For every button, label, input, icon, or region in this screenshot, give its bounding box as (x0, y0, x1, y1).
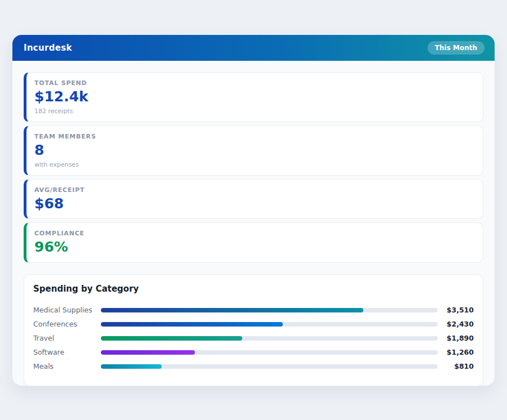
bar-fill (101, 308, 363, 312)
stat-card-avg-receipt: AVG/RECEIPT $68 (24, 179, 483, 220)
bar-track (101, 336, 438, 341)
app-title: Incurdesk (24, 43, 72, 53)
bar-label: Software (33, 348, 101, 356)
stat-card-total-spend: TOTAL SPEND $12.4k 182 receipts (24, 72, 483, 122)
bar-fill (101, 336, 242, 341)
bar-fill (101, 350, 195, 355)
bar-value: $2,430 (438, 320, 474, 328)
stat-sub: with expenses (34, 161, 474, 168)
period-badge[interactable]: This Month (428, 41, 484, 55)
bar-fill (101, 364, 162, 369)
bar-track (101, 364, 438, 369)
bar-row-travel: Travel $1,890 (33, 331, 474, 345)
bar-track (101, 322, 438, 327)
spending-by-category-card: Spending by Category Medical Supplies $3… (24, 274, 483, 386)
bar-label: Conferences (33, 320, 101, 328)
bar-track (101, 308, 438, 312)
bar-fill (101, 322, 283, 327)
stat-label: COMPLIANCE (34, 230, 474, 237)
bar-track (101, 350, 438, 355)
stat-value: 96% (34, 239, 474, 256)
chart-title: Spending by Category (33, 284, 474, 294)
stat-label: TEAM MEMBERS (34, 133, 474, 140)
stat-value: $68 (34, 196, 474, 212)
bar-row-conferences: Conferences $2,430 (33, 317, 474, 331)
bar-row-medical-supplies: Medical Supplies $3,510 (33, 303, 474, 317)
main-content: TOTAL SPEND $12.4k 182 receipts TEAM MEM… (12, 61, 495, 397)
bar-value: $1,260 (438, 348, 474, 356)
stat-label: AVG/RECEIPT (34, 186, 474, 194)
app-window: Incurdesk This Month TOTAL SPEND $12.4k … (12, 35, 495, 386)
stat-sub: 182 receipts (34, 108, 474, 115)
stat-value: $12.4k (34, 89, 474, 105)
bar-label: Medical Supplies (33, 306, 101, 314)
stat-card-compliance: COMPLIANCE 96% (24, 222, 483, 263)
bar-value: $3,510 (438, 306, 474, 314)
bar-row-software: Software $1,260 (33, 345, 474, 359)
bar-value: $1,890 (438, 334, 474, 342)
app-header: Incurdesk This Month (12, 35, 495, 61)
bar-value: $810 (438, 362, 474, 370)
bar-label: Travel (33, 334, 101, 342)
bar-row-meals: Meals $810 (33, 359, 474, 373)
stat-card-team-members: TEAM MEMBERS 8 with expenses (24, 126, 483, 176)
bar-label: Meals (33, 362, 101, 370)
stat-label: TOTAL SPEND (34, 79, 474, 87)
stat-value: 8 (34, 142, 474, 159)
